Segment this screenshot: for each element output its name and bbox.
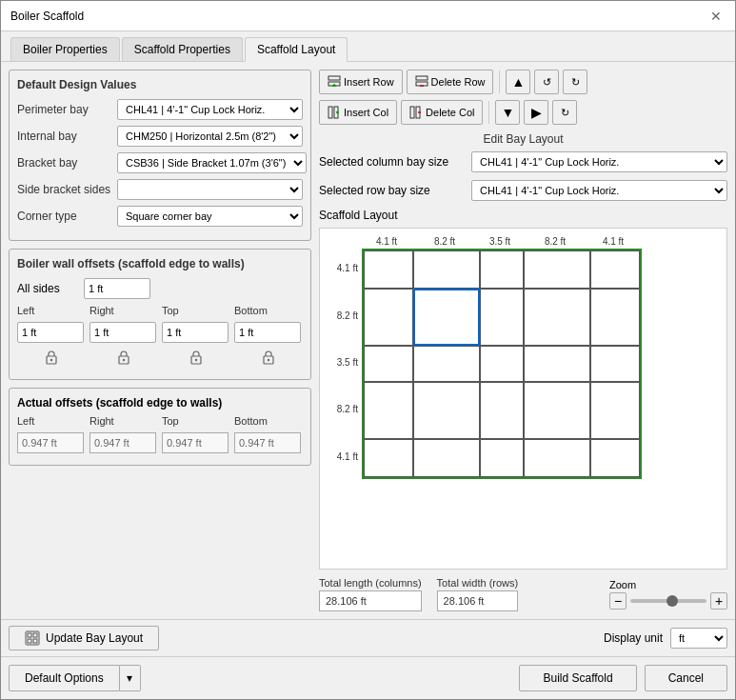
cell-2-1[interactable] xyxy=(413,346,480,382)
cell-4-0[interactable] xyxy=(364,439,413,477)
actual-labels-row: Left Right Top Bottom xyxy=(17,415,303,429)
internal-bay-label: Internal bay xyxy=(17,130,117,143)
footer-right: Build Scaffold Cancel xyxy=(519,665,727,691)
bottom-offset-input[interactable] xyxy=(234,322,301,343)
cell-3-0[interactable] xyxy=(364,382,413,439)
svg-rect-24 xyxy=(33,633,37,637)
nav-refresh-button[interactable]: ↻ xyxy=(552,100,577,125)
cell-0-4[interactable] xyxy=(590,250,640,289)
nav-down-button[interactable]: ▼ xyxy=(495,100,520,125)
selected-row-bay-select[interactable]: CHL41 | 4'-1" Cup Lock Horiz. xyxy=(471,180,727,201)
selected-column-bay-label: Selected column bay size xyxy=(319,155,471,169)
cell-0-3[interactable] xyxy=(524,250,590,289)
cell-2-3[interactable] xyxy=(524,346,590,382)
cell-0-0[interactable] xyxy=(364,250,413,289)
total-length-value: 28.106 ft xyxy=(319,590,422,611)
close-button[interactable]: ✕ xyxy=(706,7,726,26)
nav-right-button[interactable]: ▶ xyxy=(524,100,548,125)
left-offset-input[interactable] xyxy=(17,322,84,343)
total-width-label: Total width (rows) xyxy=(437,577,519,589)
footer-left: Default Options ▾ xyxy=(9,665,141,691)
selected-column-bay-select[interactable]: CHL41 | 4'-1" Cup Lock Horiz. xyxy=(471,151,727,172)
cell-4-4[interactable] xyxy=(590,439,640,477)
nav-undo-button[interactable]: ↺ xyxy=(534,70,559,94)
selected-row-bay-row: Selected row bay size CHL41 | 4'-1" Cup … xyxy=(319,180,727,201)
build-scaffold-button[interactable]: Build Scaffold xyxy=(519,665,636,691)
cell-2-4[interactable] xyxy=(590,346,640,382)
perimeter-bay-row: Perimeter bay CHL41 | 4'-1" Cup Lock Hor… xyxy=(17,99,303,120)
all-sides-input[interactable] xyxy=(84,278,150,299)
design-values-group: Default Design Values Perimeter bay CHL4… xyxy=(9,70,311,241)
actual-bottom-value: 0.947 ft xyxy=(234,432,301,453)
svg-point-5 xyxy=(195,359,197,361)
cell-0-1[interactable] xyxy=(413,250,480,289)
left-offset-label: Left xyxy=(17,305,86,316)
chevron-down-icon: ▾ xyxy=(127,671,132,685)
cell-3-2[interactable] xyxy=(480,382,524,439)
cell-2-2[interactable] xyxy=(480,346,524,382)
cell-3-3[interactable] xyxy=(524,382,590,439)
cell-3-1[interactable] xyxy=(413,382,480,439)
update-bay-layout-button[interactable]: Update Bay Layout xyxy=(9,626,159,650)
right-offset-input[interactable] xyxy=(90,322,156,343)
display-unit-select[interactable]: ft xyxy=(670,628,727,649)
delete-row-button[interactable]: Delete Row xyxy=(407,70,494,94)
cell-1-2[interactable] xyxy=(480,289,524,346)
tab-scaffold-layout[interactable]: Scaffold Layout xyxy=(245,37,348,62)
default-options-dropdown[interactable]: ▾ xyxy=(120,665,141,691)
toolbar-sep-2 xyxy=(488,101,489,124)
cell-0-2[interactable] xyxy=(480,250,524,289)
col-header-2: 3.5 ft xyxy=(478,236,522,247)
nav-redo-button[interactable]: ↻ xyxy=(563,70,587,94)
svg-rect-8 xyxy=(328,76,340,80)
cell-3-4[interactable] xyxy=(590,382,640,439)
left-panel: Default Design Values Perimeter bay CHL4… xyxy=(9,70,311,611)
cell-2-0[interactable] xyxy=(364,346,413,382)
cell-1-1[interactable] xyxy=(413,289,480,346)
cell-1-0[interactable] xyxy=(364,289,413,346)
cancel-button[interactable]: Cancel xyxy=(645,665,727,691)
cell-4-2[interactable] xyxy=(480,439,524,477)
svg-point-3 xyxy=(123,359,125,361)
zoom-in-button[interactable]: + xyxy=(710,592,727,610)
right-lock-icon[interactable] xyxy=(90,347,158,368)
grid-row-2 xyxy=(364,346,640,382)
cell-4-1[interactable] xyxy=(413,439,480,477)
tab-scaffold-properties[interactable]: Scaffold Properties xyxy=(122,37,243,61)
insert-col-icon xyxy=(328,106,341,119)
cell-1-3[interactable] xyxy=(524,289,590,346)
design-values-title: Default Design Values xyxy=(17,78,303,91)
delete-col-button[interactable]: Delete Col xyxy=(401,100,483,125)
internal-bay-select[interactable]: CHM250 | Horizontal 2.5m (8'2") xyxy=(117,126,303,147)
cell-1-4[interactable] xyxy=(590,289,640,346)
nav-up-button[interactable]: ▲ xyxy=(506,70,530,94)
top-offset-input[interactable] xyxy=(162,322,229,343)
corner-type-row: Corner type Square corner bay xyxy=(17,206,303,227)
toolbar-sep-1 xyxy=(499,70,500,93)
scaffold-layout-label: Scaffold Layout xyxy=(319,209,727,222)
lock-row xyxy=(17,347,303,368)
zoom-out-button[interactable]: − xyxy=(609,592,627,610)
scaffold-grid-container[interactable]: 4.1 ft 8.2 ft 3.5 ft 8.2 ft 4.1 ft 4.1 f… xyxy=(319,228,727,570)
perimeter-bay-select[interactable]: CHL41 | 4'-1" Cup Lock Horiz. xyxy=(117,99,303,120)
bottom-lock-icon[interactable] xyxy=(234,347,303,368)
corner-type-select[interactable]: Square corner bay xyxy=(117,206,303,227)
cell-4-3[interactable] xyxy=(524,439,590,477)
row-header-2: 3.5 ft xyxy=(328,344,362,380)
left-lock-icon[interactable] xyxy=(17,347,86,368)
tab-boiler-properties[interactable]: Boiler Properties xyxy=(10,37,120,61)
top-offset-label: Top xyxy=(162,305,230,316)
svg-rect-12 xyxy=(416,76,428,80)
top-lock-icon[interactable] xyxy=(162,347,230,368)
default-options-button[interactable]: Default Options xyxy=(9,665,120,691)
col-header-3: 8.2 ft xyxy=(522,236,588,247)
svg-rect-26 xyxy=(33,639,37,643)
tab-bar: Boiler Properties Scaffold Properties Sc… xyxy=(1,31,735,62)
bracket-bay-select[interactable]: CSB36 | Side Bracket 1.07m (3'6") xyxy=(117,152,307,173)
zoom-thumb[interactable] xyxy=(666,595,678,607)
wall-offsets-group: Boiler wall offsets (scaffold edge to wa… xyxy=(9,249,311,380)
selected-row-bay-label: Selected row bay size xyxy=(319,184,471,197)
insert-row-button[interactable]: Insert Row xyxy=(319,70,403,94)
side-bracket-select[interactable] xyxy=(117,179,303,200)
insert-col-button[interactable]: Insert Col xyxy=(319,100,397,125)
